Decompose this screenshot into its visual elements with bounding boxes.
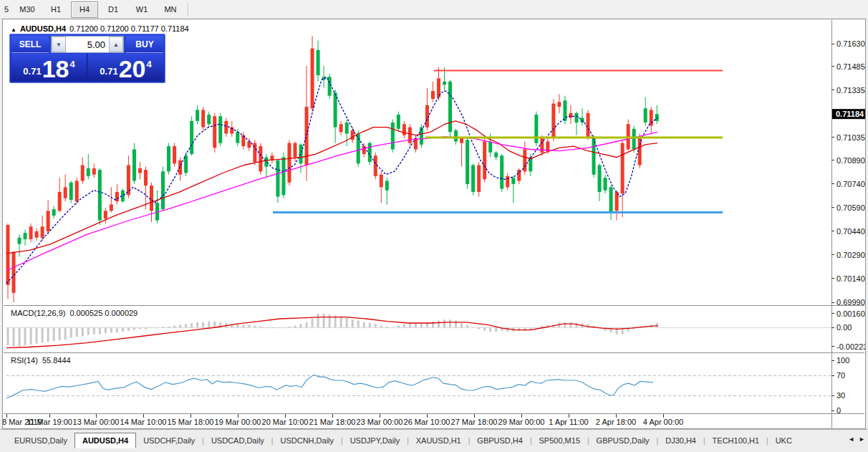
candle: [24, 233, 27, 239]
collapse-icon[interactable]: ▲: [11, 27, 16, 33]
current-price-label: 0.71184: [836, 110, 864, 118]
timeframe-button-m30[interactable]: M30: [14, 1, 41, 18]
candle: [431, 91, 435, 99]
tab-dj30-h4[interactable]: DJ30,H4: [658, 433, 703, 448]
time-axis-label: 1 Apr 11:00: [549, 418, 588, 426]
macd-bar: [105, 327, 107, 333]
macd-values: 0.000525 0.000029: [69, 309, 138, 317]
timeframe-button-mn[interactable]: MN: [157, 1, 184, 18]
macd-bar: [346, 318, 348, 327]
macd-bar: [116, 327, 118, 332]
macd-bar: [340, 316, 342, 327]
candle: [339, 124, 343, 132]
macd-bar: [420, 324, 423, 327]
macd-bar: [472, 327, 474, 328]
ma-mid-red: [6, 121, 657, 254]
macd-axis-label: 0.001605: [836, 309, 865, 318]
macd-bar: [42, 327, 44, 343]
candle: [546, 141, 549, 150]
macd-bar: [357, 320, 360, 327]
tab-usdcad-daily[interactable]: USDCAD,Daily: [204, 433, 271, 448]
candle: [500, 155, 503, 188]
price-axis-label: 0.71035: [836, 133, 865, 142]
macd-bar: [30, 327, 32, 345]
candle: [132, 149, 136, 181]
ohlc-values: 0.71200 0.71200 0.71177 0.71184: [69, 24, 189, 33]
tab-usdchf-daily[interactable]: USDCHF,Daily: [136, 433, 202, 448]
macd-bar: [7, 327, 9, 345]
timeframe-button-h1[interactable]: H1: [42, 1, 69, 18]
macd-bar: [564, 322, 566, 327]
ma-fast-blue: [6, 77, 657, 283]
candle: [477, 165, 481, 191]
candle: [460, 138, 463, 143]
tab-xauusd-h1[interactable]: XAUUSD,H1: [409, 433, 468, 448]
candle: [569, 113, 572, 118]
candle: [557, 102, 561, 107]
tab-scroll-right-icon[interactable]: ►: [859, 436, 865, 443]
candle: [207, 115, 211, 124]
candle: [471, 165, 475, 191]
macd-bar: [236, 324, 238, 327]
chart-window: 0.716300.714850.713350.710350.708900.707…: [2, 19, 866, 429]
candle: [604, 178, 607, 191]
candle: [69, 183, 73, 200]
macd-bar: [122, 327, 124, 332]
candle: [138, 168, 142, 173]
candle: [454, 130, 458, 141]
volume-input[interactable]: [66, 37, 109, 52]
time-axis-label: 15 Mar 18:00: [168, 418, 214, 426]
candle: [317, 50, 320, 75]
sell-button[interactable]: SELL: [11, 36, 49, 53]
tab-scroll-left-icon[interactable]: ◄: [848, 436, 854, 443]
sell-price[interactable]: 0.71 18 4: [11, 54, 87, 81]
price-axis-label: 0.70140: [836, 274, 865, 283]
macd-bar: [352, 319, 354, 327]
tab-audusd-h4[interactable]: AUDUSD,H4: [74, 433, 136, 448]
tab-eurusd-daily[interactable]: EURUSD,Daily: [7, 433, 74, 448]
timeframe-button-5[interactable]: 5: [1, 1, 12, 18]
macd-bar: [208, 322, 210, 327]
buy-button[interactable]: BUY: [126, 36, 163, 53]
volume-increase-icon[interactable]: ▲: [109, 37, 123, 52]
tab-usdcnh-daily[interactable]: USDCNH,Daily: [273, 433, 341, 448]
volume-decrease-icon[interactable]: ▼: [52, 37, 66, 52]
macd-name: MACD(12,26,9): [11, 309, 65, 317]
buy-price[interactable]: 0.71 20 4: [88, 54, 163, 81]
tab-usdjpy-daily[interactable]: USDJPY,Daily: [343, 433, 408, 448]
tab-ukc[interactable]: UKC: [768, 433, 799, 448]
macd-bar: [185, 324, 187, 327]
macd-bar: [179, 324, 181, 327]
candle: [414, 138, 418, 149]
candle: [328, 77, 332, 95]
macd-bar: [36, 327, 38, 344]
candle: [397, 115, 400, 129]
candle: [574, 113, 578, 122]
macd-bar: [76, 327, 78, 337]
macd-bar: [271, 327, 273, 328]
tab-tech100-h1[interactable]: TECH100,H1: [705, 433, 766, 448]
macd-bar: [569, 322, 572, 327]
macd-bar: [656, 323, 658, 327]
candle: [345, 122, 349, 133]
sell-price-pip: 4: [69, 59, 74, 69]
macd-bar: [191, 323, 193, 327]
timeframe-button-w1[interactable]: W1: [128, 1, 155, 18]
macd-bar: [168, 327, 170, 327]
macd-bar: [409, 323, 411, 327]
candle: [150, 186, 153, 211]
tab-sp500-m15[interactable]: SP500,M15: [532, 433, 587, 448]
candle: [483, 141, 486, 179]
candle: [351, 130, 355, 140]
mt4-terminal: 5M30H1H4D1W1MN 0.716300.714850.713350.71…: [0, 0, 868, 452]
timeframe-button-d1[interactable]: D1: [100, 1, 127, 18]
macd-bar: [145, 327, 147, 329]
macd-bar: [541, 326, 543, 327]
tab-gbpusd-h4[interactable]: GBPUSD,H4: [470, 433, 530, 448]
tab-gbpusd-daily[interactable]: GBPUSD,Daily: [589, 433, 657, 448]
candle: [655, 114, 659, 121]
macd-bar: [64, 327, 67, 340]
price-axis-label: 0.70590: [836, 203, 865, 212]
candle: [551, 104, 555, 138]
timeframe-button-h4[interactable]: H4: [71, 1, 98, 18]
